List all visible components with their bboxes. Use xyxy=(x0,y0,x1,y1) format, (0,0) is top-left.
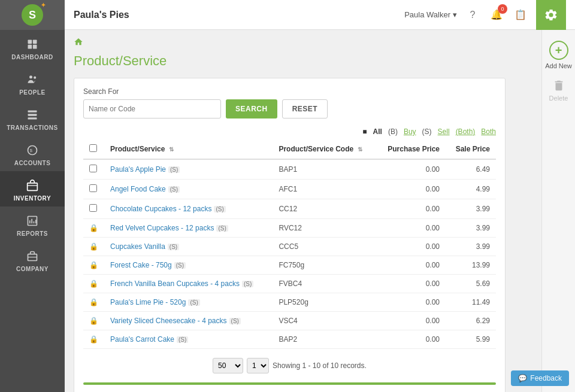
notification-icon[interactable]: 🔔 0 xyxy=(488,7,505,23)
product-code: RVC12 xyxy=(273,219,376,238)
messages-icon[interactable]: 📋 xyxy=(512,7,529,23)
add-new-button[interactable]: + Add New xyxy=(545,36,573,74)
table-row[interactable]: Angel Food Cake(S)AFC10.004.99 xyxy=(83,180,496,199)
filter-both[interactable]: Both xyxy=(481,127,496,136)
table-row[interactable]: 🔒Variety Sliced Cheesecake - 4 packs(S)V… xyxy=(83,312,496,330)
sidebar-item-accounts[interactable]: $ ACCOUNTS xyxy=(0,136,65,171)
table-row[interactable]: 🔒Paula's Carrot Cake(S)BAP20.005.99 xyxy=(83,330,496,349)
filter-buy-label: (B) xyxy=(388,127,398,136)
product-code: BAP2 xyxy=(273,330,376,349)
per-page-select[interactable]: 50 100 200 xyxy=(213,358,243,373)
help-icon[interactable]: ? xyxy=(464,7,481,23)
sidebar-item-label: TRANSACTIONS xyxy=(7,124,58,131)
product-name-link[interactable]: Red Velvet Cupcakes - 12 packs xyxy=(110,224,214,232)
product-table: Product/Service ⇅ Product/Service Code ⇅… xyxy=(83,139,496,349)
pagination-info: Showing 1 - 10 of 10 records. xyxy=(273,361,367,370)
purchase-price: 0.00 xyxy=(376,275,446,293)
svg-rect-7 xyxy=(28,114,37,116)
row-checkbox[interactable] xyxy=(89,184,97,192)
filter-tabs: ■ All (B) Buy (S) Sell (Both) Both xyxy=(83,127,496,136)
sidebar-item-transactions[interactable]: TRANSACTIONS xyxy=(0,101,65,136)
filter-all[interactable]: All xyxy=(373,127,382,136)
product-tag: (S) xyxy=(242,281,253,287)
lock-icon: 🔒 xyxy=(89,242,98,251)
sidebar: S DASHBOARD PEOPLE TRANSACT xyxy=(0,0,65,392)
product-name-link[interactable]: Paula's Lime Pie - 520g xyxy=(110,298,186,306)
purchase-price: 0.00 xyxy=(376,330,446,349)
product-name-link[interactable]: French Vanilla Bean Cupcakes - 4 packs xyxy=(110,279,240,288)
purchase-price: 0.00 xyxy=(376,238,446,256)
sidebar-item-label: ACCOUNTS xyxy=(14,160,51,166)
product-name-link[interactable]: Paula's Apple Pie xyxy=(110,165,166,174)
table-row[interactable]: Paula's Apple Pie(S)BAP10.006.49 xyxy=(83,159,496,180)
reset-button[interactable]: RESET xyxy=(282,99,328,118)
product-code: CC12 xyxy=(273,199,376,219)
page-select[interactable]: 1 xyxy=(247,358,269,373)
feedback-button[interactable]: 💬 Feedback xyxy=(511,370,569,386)
search-button[interactable]: SEARCH xyxy=(226,99,277,118)
product-sort-icon[interactable]: ⇅ xyxy=(169,146,174,153)
delete-button[interactable]: Delete xyxy=(545,74,573,107)
sidebar-item-inventory[interactable]: INVENTORY xyxy=(0,171,65,206)
product-name-link[interactable]: Angel Food Cake xyxy=(110,185,166,193)
product-tag: (S) xyxy=(188,299,199,306)
svg-point-5 xyxy=(34,77,36,79)
table-row[interactable]: 🔒Forest Cake - 750g(S)FC750g0.0013.99 xyxy=(83,256,496,275)
inventory-icon xyxy=(23,178,41,193)
table-row[interactable]: 🔒Red Velvet Cupcakes - 12 packs(S)RVC120… xyxy=(83,219,496,238)
sidebar-item-people[interactable]: PEOPLE xyxy=(0,65,65,101)
product-code: PLP520g xyxy=(273,293,376,312)
code-sort-icon[interactable]: ⇅ xyxy=(358,146,362,153)
sidebar-item-label: COMPANY xyxy=(16,266,49,272)
filter-buy[interactable]: Buy xyxy=(404,127,416,136)
filter-sell[interactable]: Sell xyxy=(438,127,450,136)
content-area: Product/Service Search For SEARCH RESET … xyxy=(65,30,541,392)
page-title: Product/Service xyxy=(74,53,506,69)
product-tag: (S) xyxy=(229,318,241,324)
table-row[interactable]: Chocolate Cupcakes - 12 packs(S)CC120.00… xyxy=(83,199,496,219)
purchase-price: 0.00 xyxy=(376,180,446,199)
row-checkbox[interactable] xyxy=(89,204,97,212)
search-input[interactable] xyxy=(83,99,221,118)
product-header: Product/Service xyxy=(110,145,165,153)
feedback-label: Feedback xyxy=(530,374,562,382)
sale-price: 6.49 xyxy=(446,159,496,180)
people-icon xyxy=(23,72,41,87)
sidebar-item-reports[interactable]: REPORTS xyxy=(0,206,65,242)
purchase-price: 0.00 xyxy=(376,219,446,238)
chevron-down-icon: ▾ xyxy=(453,10,457,19)
product-name-link[interactable]: Forest Cake - 750g xyxy=(110,261,172,269)
select-all-checkbox[interactable] xyxy=(89,144,97,152)
breadcrumb[interactable] xyxy=(74,37,506,48)
sale-price: 5.69 xyxy=(446,275,496,293)
svg-rect-3 xyxy=(33,45,37,49)
lock-icon: 🔒 xyxy=(89,279,98,288)
transactions-icon xyxy=(23,108,41,122)
sidebar-item-label: INVENTORY xyxy=(14,195,51,202)
dashboard-icon xyxy=(23,37,41,51)
table-row[interactable]: 🔒Paula's Lime Pie - 520g(S)PLP520g0.0011… xyxy=(83,293,496,312)
purchase-price: 0.00 xyxy=(376,159,446,180)
sale-price: 3.99 xyxy=(446,219,496,238)
product-name-link[interactable]: Variety Sliced Cheesecake - 4 packs xyxy=(110,317,227,325)
filter-both-label[interactable]: (Both) xyxy=(456,127,476,136)
product-tag: (S) xyxy=(168,244,179,250)
sidebar-item-company[interactable]: COMPANY xyxy=(0,242,65,277)
product-name-link[interactable]: Cupcakes Vanilla xyxy=(110,242,165,251)
row-checkbox[interactable] xyxy=(89,165,97,172)
product-tag: (S) xyxy=(168,166,180,173)
add-new-circle-icon: + xyxy=(549,41,568,60)
feedback-icon: 💬 xyxy=(518,374,527,382)
table-row[interactable]: 🔒Cupcakes Vanilla(S)CCC50.003.99 xyxy=(83,238,496,256)
filter-indicator: ■ xyxy=(362,127,367,136)
table-row[interactable]: 🔒French Vanilla Bean Cupcakes - 4 packs(… xyxy=(83,275,496,293)
settings-button[interactable] xyxy=(536,0,566,30)
user-menu[interactable]: Paula Walker ▾ xyxy=(404,10,457,19)
app-logo[interactable]: S xyxy=(0,0,65,30)
sale-price: 4.99 xyxy=(446,180,496,199)
purchase-price: 0.00 xyxy=(376,199,446,219)
product-name-link[interactable]: Paula's Carrot Cake xyxy=(110,335,174,344)
product-name-link[interactable]: Chocolate Cupcakes - 12 packs xyxy=(110,205,211,213)
sidebar-item-dashboard[interactable]: DASHBOARD xyxy=(0,30,65,65)
lock-icon: 🔒 xyxy=(89,261,98,269)
